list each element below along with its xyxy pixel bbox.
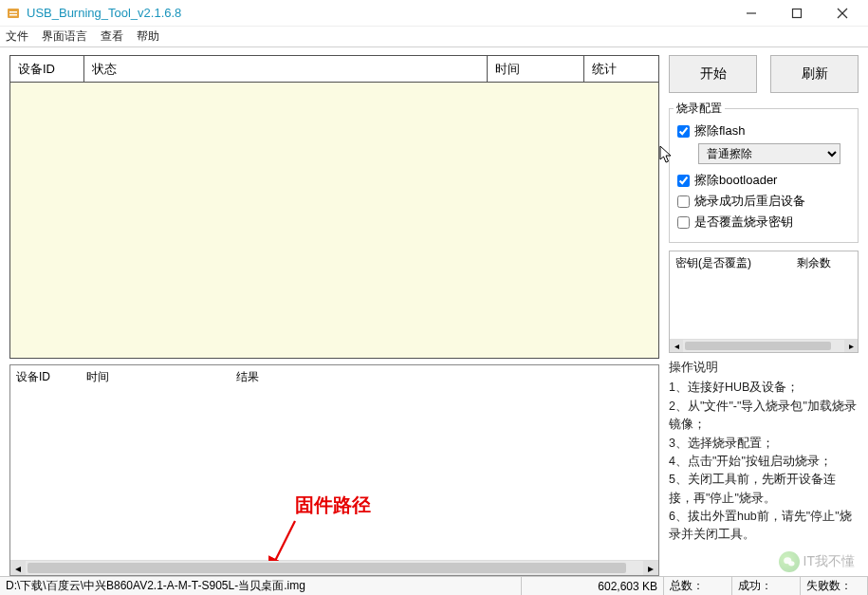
- device-grid-body[interactable]: [10, 83, 658, 358]
- key-col-remain[interactable]: 剩余数: [791, 251, 858, 274]
- svg-line-7: [272, 521, 295, 567]
- erase-flash-row[interactable]: 擦除flash: [677, 122, 850, 139]
- svg-rect-0: [8, 9, 19, 18]
- maximize-button[interactable]: [783, 4, 811, 23]
- key-scroll-right-icon[interactable]: ▸: [844, 340, 858, 352]
- erase-flash-checkbox[interactable]: [677, 125, 690, 138]
- menu-help[interactable]: 帮助: [137, 28, 159, 45]
- instructions-panel: 操作说明 1、连接好HUB及设备； 2、从"文件"-"导入烧录包"加载烧录镜像；…: [669, 359, 859, 545]
- log-col-time[interactable]: 时间: [81, 365, 231, 388]
- refresh-button[interactable]: 刷新: [770, 55, 859, 93]
- erase-flash-label: 擦除flash: [694, 122, 745, 139]
- log-col-device-id[interactable]: 设备ID: [10, 365, 81, 388]
- col-header-device-id[interactable]: 设备ID: [10, 56, 84, 82]
- log-grid-body[interactable]: 固件路径: [10, 388, 658, 560]
- reboot-after-label: 烧录成功后重启设备: [694, 193, 805, 210]
- key-scroll-left-icon[interactable]: ◂: [670, 340, 683, 352]
- start-button[interactable]: 开始: [669, 55, 757, 93]
- status-file-size: 602,603 KB: [522, 577, 664, 595]
- key-grid-header: 密钥(是否覆盖) 剩余数: [670, 251, 858, 274]
- status-total: 总数：: [664, 577, 732, 595]
- key-scroll-track[interactable]: [683, 340, 844, 352]
- menu-language[interactable]: 界面语言: [42, 28, 87, 45]
- erase-bootloader-checkbox[interactable]: [677, 175, 690, 187]
- svg-rect-4: [793, 9, 802, 17]
- burn-config-group: 烧录配置 擦除flash 普通擦除 擦除bootloader 烧录成功后重启设备: [669, 108, 859, 243]
- erase-mode-row: 普通擦除: [698, 143, 850, 164]
- erase-bootloader-label: 擦除bootloader: [694, 172, 777, 189]
- log-grid-hscrollbar[interactable]: ◂ ▸: [10, 560, 658, 575]
- minimize-button[interactable]: [737, 4, 766, 23]
- menu-file[interactable]: 文件: [6, 28, 28, 45]
- overwrite-key-checkbox[interactable]: [677, 216, 690, 229]
- log-grid-header: 设备ID 时间 结果: [10, 365, 658, 388]
- erase-mode-select[interactable]: 普通擦除: [698, 143, 840, 164]
- titlebar: USB_Burning_Tool_v2.1.6.8: [0, 0, 868, 27]
- status-success: 成功：: [732, 577, 801, 595]
- window-controls: [737, 4, 862, 23]
- annotation-firmware-path: 固件路径: [295, 493, 371, 518]
- close-button[interactable]: [828, 4, 857, 23]
- instruction-step-2: 2、从"文件"-"导入烧录包"加载烧录镜像；: [669, 398, 859, 435]
- svg-rect-1: [9, 11, 17, 13]
- device-grid-header: 设备ID 状态 时间 统计: [10, 56, 658, 83]
- main-area: 设备ID 状态 时间 统计 设备ID 时间 结果 固件路径 ◂: [0, 47, 868, 576]
- key-grid-hscrollbar[interactable]: ◂ ▸: [670, 339, 858, 352]
- log-col-result[interactable]: 结果: [231, 365, 658, 388]
- instruction-step-1: 1、连接好HUB及设备；: [669, 379, 859, 397]
- left-pane: 设备ID 状态 时间 统计 设备ID 时间 结果 固件路径 ◂: [0, 47, 663, 576]
- right-pane: 开始 刷新 烧录配置 擦除flash 普通擦除 擦除bootloader 烧录成…: [663, 47, 868, 576]
- window-title: USB_Burning_Tool_v2.1.6.8: [27, 6, 737, 20]
- status-fail: 失败数：: [801, 577, 868, 595]
- key-scroll-thumb[interactable]: [685, 342, 831, 350]
- status-firmware-path: D:\下载\百度云\中兴B860AV2.1-A-M-T-S905L-当贝桌面.i…: [0, 577, 522, 595]
- col-header-status[interactable]: 状态: [84, 56, 488, 82]
- app-icon: [6, 6, 21, 21]
- svg-rect-2: [9, 14, 17, 16]
- instruction-step-6: 6、拔出外置hub前，请先"停止"烧录并关闭工具。: [669, 508, 859, 545]
- instruction-step-5: 5、关闭工具前，先断开设备连接，再"停止"烧录。: [669, 471, 859, 508]
- device-grid: 设备ID 状态 时间 统计: [9, 55, 659, 359]
- col-header-time[interactable]: 时间: [488, 56, 584, 82]
- key-col-key[interactable]: 密钥(是否覆盖): [670, 251, 791, 274]
- overwrite-key-row[interactable]: 是否覆盖烧录密钥: [677, 214, 850, 231]
- menubar: 文件 界面语言 查看 帮助: [0, 27, 868, 47]
- scroll-right-icon[interactable]: ▸: [643, 561, 658, 575]
- log-grid: 设备ID 时间 结果 固件路径 ◂ ▸: [9, 364, 659, 576]
- burn-config-legend: 烧录配置: [674, 101, 725, 117]
- reboot-after-checkbox[interactable]: [677, 195, 690, 208]
- action-buttons: 开始 刷新: [669, 55, 859, 93]
- instruction-step-3: 3、选择烧录配置；: [669, 435, 859, 453]
- instructions-header: 操作说明: [669, 359, 859, 377]
- scroll-track[interactable]: [26, 561, 643, 575]
- overwrite-key-label: 是否覆盖烧录密钥: [694, 214, 793, 231]
- scroll-left-icon[interactable]: ◂: [10, 561, 26, 575]
- statusbar: D:\下载\百度云\中兴B860AV2.1-A-M-T-S905L-当贝桌面.i…: [0, 576, 868, 595]
- col-header-statistic[interactable]: 统计: [584, 56, 658, 82]
- instruction-step-4: 4、点击"开始"按钮启动烧录；: [669, 453, 859, 471]
- key-grid: 密钥(是否覆盖) 剩余数 ◂ ▸: [669, 251, 859, 353]
- scroll-thumb[interactable]: [28, 563, 626, 573]
- reboot-after-row[interactable]: 烧录成功后重启设备: [677, 193, 850, 210]
- menu-view[interactable]: 查看: [101, 28, 123, 45]
- erase-bootloader-row[interactable]: 擦除bootloader: [677, 172, 850, 189]
- key-grid-body[interactable]: [670, 274, 858, 339]
